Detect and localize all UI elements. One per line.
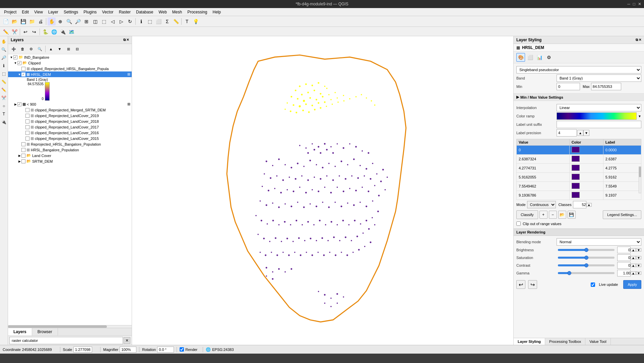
redo-btn[interactable]: ↪ — [30, 28, 38, 36]
layer-landcover-2018[interactable]: ▶ ▦ clipped_Reprojected_LandCover_2018 — [8, 118, 132, 124]
brightness-input[interactable] — [617, 247, 631, 253]
cb-lc2018[interactable] — [25, 119, 29, 123]
brightness-track[interactable] — [558, 249, 615, 251]
restore-btn[interactable]: ↩ — [516, 280, 525, 289]
color-4[interactable] — [569, 182, 603, 191]
color-5[interactable] — [569, 191, 603, 200]
render-checkbox[interactable] — [180, 347, 184, 352]
cb-ind-bangalore[interactable] — [13, 55, 17, 59]
color-row-2[interactable]: 4.2774731 4.2775 — [517, 164, 641, 173]
filter-layers-btn[interactable]: 🔍 — [36, 45, 44, 53]
sidebar-plugin-icon[interactable]: 🔌 — [1, 119, 7, 125]
color-0[interactable] — [569, 146, 603, 155]
refresh-btn[interactable]: ↻ — [126, 17, 134, 25]
color-1[interactable] — [569, 155, 603, 164]
collapse-all-btn[interactable]: ⊟ — [73, 45, 81, 53]
menu-mesh[interactable]: Mesh — [170, 9, 185, 15]
label-precision-dec[interactable]: ▼ — [583, 130, 589, 136]
contrast-thumb[interactable] — [584, 263, 588, 267]
menu-view[interactable]: View — [31, 9, 46, 15]
rp-float-btn[interactable]: ⧉ — [636, 38, 638, 42]
minimize-btn[interactable]: ─ — [627, 1, 630, 7]
sidebar-node-icon[interactable]: ○ — [1, 103, 7, 109]
color-ramp-preview[interactable] — [557, 112, 637, 120]
cb-srtm[interactable] — [25, 108, 29, 112]
renderer-select[interactable]: Singleband pseudocolor — [516, 66, 641, 73]
label-precision-input[interactable] — [557, 129, 577, 137]
select-btn[interactable]: ⬚ — [146, 17, 154, 25]
live-update-checkbox[interactable] — [591, 282, 595, 287]
layer-reprojected-hrsl[interactable]: ▶ ▦ Reprojected_HRSL_Bangalore_Populatio… — [8, 141, 132, 147]
saturation-track[interactable] — [558, 257, 615, 259]
map-tips-btn[interactable]: 🗺️ — [67, 28, 75, 36]
cb-lc2017[interactable] — [25, 125, 29, 129]
cb-lt900[interactable] — [17, 102, 21, 106]
add-color-stop-btn[interactable]: + — [539, 211, 548, 219]
layer-landcover-2015[interactable]: ▶ ▦ clipped_Reprojected_LandCover_2015 — [8, 136, 132, 141]
cb-reproj-hrsl[interactable] — [21, 142, 25, 146]
layer-clipped-hrsl[interactable]: ▶ ▦ clipped_Reprojected_HRSL_Bangalore_P… — [8, 66, 132, 71]
layer-srtm-dem[interactable]: ▶ 📂 SRTM_DEM — [8, 158, 132, 164]
zoom-layer-btn[interactable]: ⬚ — [100, 17, 108, 25]
rp-tab-toolbox[interactable]: Processing Toolbox — [545, 338, 585, 345]
min-input[interactable] — [557, 83, 580, 90]
search-input[interactable] — [9, 337, 123, 344]
pan-map-btn[interactable]: ✋ — [48, 17, 56, 25]
gamma-dec[interactable]: ▼ — [636, 271, 641, 275]
sidebar-measure-icon[interactable]: 📏 — [1, 79, 7, 85]
annotation-btn[interactable]: T — [183, 17, 191, 25]
print-layout-btn[interactable]: 🖨 — [37, 17, 45, 25]
save-as-btn[interactable]: 📁 — [28, 17, 36, 25]
edit-btn[interactable]: ✂️ — [10, 28, 18, 36]
rp-histogram-btn[interactable]: 📊 — [535, 53, 544, 62]
layers-float-btn[interactable]: ⧉ — [123, 38, 126, 42]
zoom-in-btn[interactable]: 🔍 — [65, 17, 73, 25]
sidebar-annotation-icon[interactable]: T — [1, 111, 7, 117]
close-btn[interactable]: ✕ — [638, 1, 641, 7]
brightness-inc[interactable]: ▲ — [631, 248, 636, 252]
interpolation-select[interactable]: Linear — [557, 104, 641, 111]
plugin-btn[interactable]: 🔌 — [59, 28, 67, 36]
expand-land-cover[interactable]: ▶ — [17, 154, 21, 158]
layer-lt900[interactable]: ▶ ▦ < 900 ⊞ — [8, 101, 132, 107]
zoom-full-btn[interactable]: ⊞ — [82, 17, 90, 25]
remove-layer-btn[interactable]: 🗑 — [18, 45, 26, 53]
gamma-inc[interactable]: ▲ — [631, 271, 636, 275]
label-unit-input[interactable] — [557, 121, 641, 128]
menu-vector[interactable]: Vector — [100, 9, 116, 15]
sidebar-edit-icon[interactable]: ✏️ — [1, 87, 7, 93]
max-input[interactable] — [591, 83, 621, 90]
menu-web[interactable]: Web — [156, 9, 169, 15]
contrast-dec[interactable]: ▼ — [636, 264, 641, 267]
new-project-btn[interactable]: 📄 — [2, 17, 10, 25]
rp-rendering-btn[interactable]: ⚙ — [544, 53, 553, 62]
cb-srtm-dem[interactable] — [21, 159, 25, 163]
cb-hrsl-bang-pop[interactable] — [21, 148, 25, 152]
save-color-map-btn[interactable]: 💾 — [568, 211, 576, 219]
layer-clipped[interactable]: ▼ 📂 Clipped — [8, 60, 132, 66]
menu-processing[interactable]: Processing — [185, 9, 210, 15]
layer-clipped-srtm[interactable]: ▶ ▦ clipped_Reprojected_Merged_SRTM_DEM — [8, 107, 132, 113]
menu-raster[interactable]: Raster — [116, 9, 133, 15]
color-3[interactable] — [569, 173, 603, 182]
menu-plugins[interactable]: Plugins — [81, 9, 99, 15]
save-project-btn[interactable]: 💾 — [19, 17, 27, 25]
python-btn[interactable]: 🐍 — [41, 28, 49, 36]
contrast-input[interactable] — [617, 262, 631, 269]
globe-btn[interactable]: 🌐 — [50, 28, 58, 36]
load-color-map-btn[interactable]: 📂 — [558, 211, 566, 219]
identify-btn[interactable]: ℹ — [137, 17, 145, 25]
expand-ind-bangalore[interactable]: ▼ — [9, 55, 13, 59]
magnifier-input[interactable] — [120, 347, 136, 353]
expand-all-btn[interactable]: ⊞ — [64, 45, 72, 53]
epsg-icon[interactable]: 🌐 — [206, 347, 211, 352]
scale-value[interactable]: 1:277098 — [73, 347, 92, 353]
tips-btn[interactable]: 💡 — [192, 17, 200, 25]
move-layer-up-btn[interactable]: ▲ — [47, 45, 55, 53]
measure-btn[interactable]: 📏 — [172, 17, 180, 25]
layers-scrollbar-thumb[interactable] — [8, 325, 107, 328]
sidebar-zoom-in-icon[interactable]: 🔍 — [1, 46, 7, 53]
layer-hrsl-bangalore-pop[interactable]: ▶ ▦ HRSL_Bangalore_Population — [8, 147, 132, 153]
saturation-dec[interactable]: ▼ — [636, 256, 641, 259]
digitize-btn[interactable]: ✏️ — [2, 28, 10, 36]
